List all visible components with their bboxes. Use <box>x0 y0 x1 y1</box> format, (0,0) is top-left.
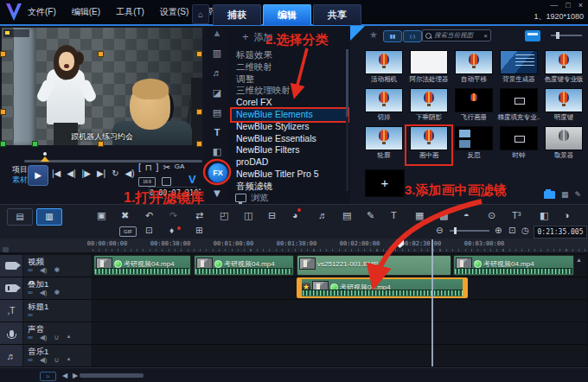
selection-handle[interactable] <box>0 51 6 57</box>
snapshot-icon[interactable] <box>162 177 171 186</box>
scroll-down-icon[interactable]: ▼ <box>206 187 228 200</box>
go-start-icon[interactable]: |◀ <box>52 169 61 178</box>
link-icon[interactable]: ∞ <box>28 289 33 296</box>
filter-item[interactable]: 时钟 <box>496 126 541 164</box>
search-input[interactable]: 搜索当前视图 × <box>422 29 491 41</box>
adjust-icon[interactable]: ◑ <box>564 210 570 220</box>
add-filter-tile[interactable]: + <box>365 169 405 197</box>
favorites-star-icon[interactable]: ★ <box>369 29 378 41</box>
filter-category-item[interactable]: 三维纹理映射 <box>232 85 348 97</box>
subtitle-editor-icon[interactable]: T <box>391 210 397 220</box>
grab-frame-icon[interactable]: GA <box>175 162 185 172</box>
filter-item[interactable]: 色度键专业版 <box>541 50 586 88</box>
grid-view-icon[interactable]: ▦ <box>561 190 569 199</box>
video-preview[interactable]: 跟机器人练习约会 <box>2 28 202 145</box>
track-mute-icon[interactable]: ◀) <box>40 266 48 274</box>
filter-category-item[interactable]: 二维映射 <box>232 61 348 73</box>
volume-small-icon[interactable]: ▲ <box>66 334 71 341</box>
painting-creator-icon[interactable]: ✎ <box>367 210 374 221</box>
scroll-right-icon[interactable]: ▶ <box>73 372 78 379</box>
category-scrollbar[interactable] <box>346 49 348 191</box>
repeat-icon[interactable]: ↻ <box>112 169 118 178</box>
filter-item[interactable]: 明度键 <box>541 88 586 126</box>
selection-handle[interactable] <box>196 141 202 147</box>
home-button[interactable]: ⌂ <box>192 4 209 24</box>
clear-search-icon[interactable]: × <box>483 32 488 40</box>
screen-record-icon[interactable]: ⊡ <box>145 226 152 235</box>
overlay-options-icon[interactable]: ◧ <box>540 210 548 221</box>
track-header-music[interactable]: ♬ 音乐1 ∞ ◀) ∪ ▲ <box>0 345 92 367</box>
zoom-in-icon[interactable]: ⊕ <box>495 226 502 235</box>
fade-icon[interactable]: ∪ <box>54 334 60 341</box>
prev-frame-icon[interactable]: ◀| <box>67 169 75 178</box>
import-folder-icon[interactable] <box>544 191 555 199</box>
filter-item[interactable]: 轮廓 <box>361 126 406 164</box>
motion-tracking-icon[interactable]: ⊙ <box>488 210 495 221</box>
timeline-clip[interactable]: 考研视频04.mp4 <box>194 255 294 276</box>
menu-item[interactable]: 工具(T) <box>116 6 144 18</box>
selection-handle[interactable] <box>32 141 38 147</box>
filter-category-item[interactable]: 标题效果 <box>232 49 348 61</box>
filter-item[interactable]: 梯度填充专业.. <box>496 88 541 126</box>
filter-category-item[interactable]: proDAD <box>232 156 348 169</box>
customize-toolbar-icon[interactable]: ✖ <box>121 210 129 221</box>
fit-timeline-icon[interactable]: ⊡ <box>508 226 515 235</box>
link-icon[interactable]: ∞ <box>28 266 33 274</box>
track-fx-icon[interactable]: ✱ <box>54 289 61 296</box>
title-library-icon[interactable]: T <box>206 127 228 137</box>
title-3d-icon[interactable]: T³ <box>512 210 521 220</box>
filter-item[interactable]: 取景器 <box>541 126 586 164</box>
scroll-up-icon[interactable]: ▲ <box>206 28 228 38</box>
track-scroll-up-icon[interactable]: ▲ <box>576 257 582 263</box>
track-mute-icon[interactable]: ◀) <box>40 289 48 296</box>
media-library-icon[interactable]: ▥ <box>206 48 228 59</box>
copy-icon[interactable]: ▣ <box>97 210 105 221</box>
filter-category-item[interactable]: Corel FX <box>232 97 348 109</box>
overlay-track-row[interactable]: 考研视频04.mp4 <box>93 277 587 300</box>
browse-button[interactable]: 浏览 <box>235 192 268 204</box>
link-icon[interactable]: ∞ <box>28 334 33 341</box>
clock-icon[interactable]: ◷ <box>521 226 529 235</box>
timeline-clip[interactable]: vs251221-001.BMP <box>297 255 451 276</box>
video-track-row[interactable]: ▲ 考研视频04.mp4 考研视频04.mp4 <box>93 255 587 277</box>
show-audio-filters-toggle[interactable]: (·) <box>403 30 422 42</box>
timeline-clip[interactable]: 考研视频04.mp4 <box>93 255 191 276</box>
display-options-button[interactable] <box>525 30 540 41</box>
menu-item[interactable]: 设置(S) <box>160 6 189 18</box>
seek-thumb[interactable] <box>40 152 50 162</box>
filter-category-item[interactable]: NewBlue Elements <box>232 109 348 121</box>
storyboard-view-button[interactable]: ▤ <box>7 208 33 226</box>
mark-out-icon[interactable]: ] <box>157 162 159 172</box>
pin-corner-icon[interactable] <box>350 26 365 41</box>
horizontal-scrollbar[interactable] <box>80 373 144 378</box>
scroll-left-icon[interactable]: ◀ <box>62 372 67 379</box>
filter-item[interactable]: 背景生成器 <box>496 50 541 88</box>
transition-library-icon[interactable]: ◪ <box>206 87 228 99</box>
color-grading-icon[interactable]: ◕ <box>292 210 298 220</box>
minimize-button[interactable]: — <box>550 1 558 10</box>
voice-track-row[interactable] <box>93 322 587 345</box>
music-track-row[interactable] <box>93 345 587 367</box>
go-end-icon[interactable]: ▶| <box>97 169 105 178</box>
menu-item[interactable]: 编辑(E) <box>72 6 100 18</box>
split-icon[interactable]: ◫ <box>244 210 252 221</box>
enlarge-v-button[interactable]: V <box>189 173 196 186</box>
filter-library-button[interactable]: FX <box>208 162 228 183</box>
filter-item[interactable]: 画中画 <box>406 126 451 164</box>
volume-icon[interactable]: ◀) <box>125 169 135 178</box>
undo-icon[interactable]: ↶ <box>145 210 153 221</box>
fit-project-window-icon[interactable]: ◰ <box>220 210 228 221</box>
filter-item[interactable]: 飞行画册 <box>451 88 496 126</box>
aspect-ratio-chip[interactable]: 16:9 <box>138 177 156 187</box>
filter-category-item[interactable]: 音频滤镜 <box>232 181 348 193</box>
track-header-voice[interactable]: 声音 ∞ ◀) ∪ ▲ <box>0 322 92 345</box>
filter-item[interactable]: 阿尔法处理器 <box>406 50 451 88</box>
next-frame-icon[interactable]: |▶ <box>82 169 91 178</box>
selection-handle[interactable] <box>98 141 104 147</box>
instant-project-icon[interactable]: ▤ <box>342 210 351 221</box>
title-track-row[interactable] <box>93 300 587 322</box>
workspace-tab[interactable]: 编辑 <box>263 4 311 25</box>
track-fx-icon[interactable]: ✱ <box>54 266 61 274</box>
play-button[interactable]: ▶ <box>28 165 48 186</box>
track-header-title[interactable]: ,T 标题1 ∞ <box>0 300 92 322</box>
